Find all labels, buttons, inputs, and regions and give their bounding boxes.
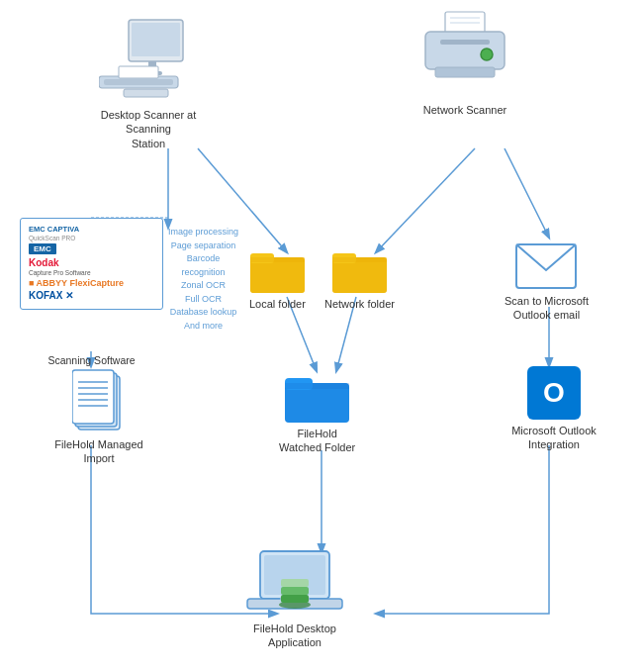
local-folder-icon (250, 247, 305, 293)
network-scanner-icon (415, 10, 514, 99)
svg-rect-21 (425, 32, 505, 69)
svg-rect-15 (104, 79, 173, 85)
doc-stack-icon (72, 366, 126, 433)
desktop-scanner-label: Desktop Scanner at Scanning Station (89, 108, 208, 150)
outlook-o-icon: O (527, 366, 581, 420)
svg-rect-11 (132, 23, 180, 56)
svg-rect-45 (285, 383, 349, 389)
svg-rect-16 (119, 66, 158, 78)
svg-rect-51 (281, 595, 309, 603)
network-folder-label: Network folder (324, 297, 395, 311)
network-folder-icon (332, 247, 387, 293)
svg-rect-36 (72, 370, 114, 424)
svg-rect-52 (281, 587, 309, 595)
scan-to-email-node: Scan to Microsoft Outlook email (505, 242, 589, 323)
svg-rect-28 (250, 257, 305, 262)
scan-to-email-label: Scan to Microsoft Outlook email (505, 294, 589, 323)
svg-point-23 (481, 48, 493, 60)
desktop-scanner-icon (99, 15, 198, 104)
local-folder-node: Local folder (249, 247, 306, 311)
local-folder-label: Local folder (249, 297, 306, 311)
svg-line-2 (376, 148, 475, 252)
network-folder-node: Network folder (324, 247, 395, 311)
svg-line-3 (505, 148, 549, 238)
network-scanner-label: Network Scanner (423, 103, 506, 117)
managed-import-node: FileHold Managed Import (40, 366, 158, 466)
svg-rect-24 (435, 67, 495, 77)
envelope-icon (514, 242, 578, 290)
desktop-app-node: FileHold Desktop Application (245, 549, 344, 650)
desktop-app-label: FileHold Desktop Application (253, 622, 336, 650)
watched-folder-label: FileHold Watched Folder (279, 427, 355, 455)
diagram-container: Desktop Scanner at Scanning Station Netw… (0, 0, 643, 672)
svg-rect-17 (124, 89, 168, 97)
watched-folder-icon (285, 371, 349, 423)
managed-import-label: FileHold Managed Import (40, 437, 158, 466)
svg-rect-32 (332, 257, 387, 262)
watched-folder-node: FileHold Watched Folder (279, 371, 355, 455)
features-list: Image processing Page separation Barcode… (168, 226, 238, 333)
network-scanner-node: Network Scanner (415, 10, 514, 117)
desktop-scanner-node: Desktop Scanner at Scanning Station (89, 15, 208, 150)
filehold-logo-icon (277, 577, 313, 609)
scanning-software-box: EMC CAPTIVA QuickScan PRO EMC Kodak Capt… (20, 218, 163, 310)
outlook-integration-label: Microsoft Outlook Integration (495, 424, 613, 452)
outlook-integration-node: O Microsoft Outlook Integration (495, 366, 613, 452)
scanning-software-label: Scanning Software (20, 354, 163, 366)
svg-rect-53 (281, 579, 309, 587)
svg-rect-22 (440, 40, 490, 45)
